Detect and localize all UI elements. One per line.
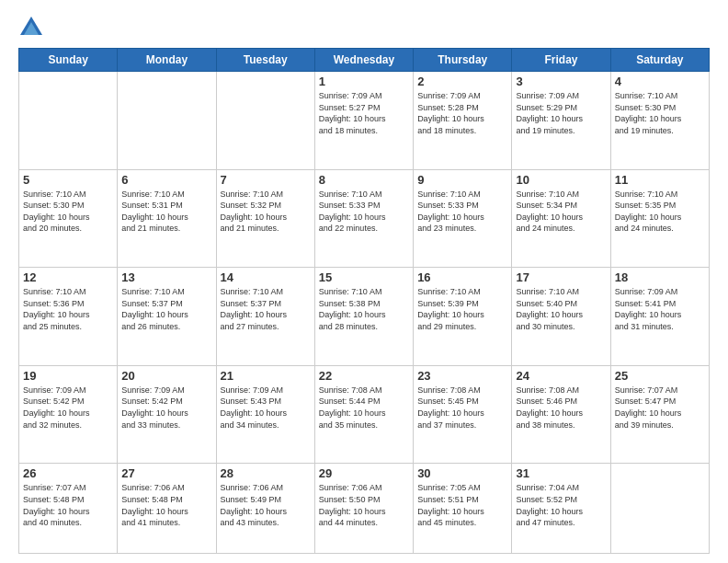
calendar-cell: 18Sunrise: 7:09 AM Sunset: 5:41 PM Dayli… — [610, 268, 709, 366]
day-info: Sunrise: 7:09 AM Sunset: 5:27 PM Dayligh… — [319, 90, 409, 136]
calendar-cell: 14Sunrise: 7:10 AM Sunset: 5:37 PM Dayli… — [216, 268, 314, 366]
day-number: 23 — [417, 369, 507, 383]
calendar-cell: 25Sunrise: 7:07 AM Sunset: 5:47 PM Dayli… — [610, 365, 709, 464]
day-number: 3 — [516, 75, 606, 88]
calendar-cell: 26Sunrise: 7:07 AM Sunset: 5:48 PM Dayli… — [19, 464, 118, 554]
day-number: 15 — [319, 270, 409, 284]
day-info: Sunrise: 7:10 AM Sunset: 5:31 PM Dayligh… — [121, 189, 211, 235]
day-info: Sunrise: 7:06 AM Sunset: 5:48 PM Dayligh… — [121, 482, 211, 528]
weekday-header: Wednesday — [314, 49, 413, 72]
day-info: Sunrise: 7:10 AM Sunset: 5:33 PM Dayligh… — [319, 189, 409, 235]
day-info: Sunrise: 7:10 AM Sunset: 5:33 PM Dayligh… — [417, 189, 507, 235]
day-number: 28 — [221, 466, 311, 480]
day-info: Sunrise: 7:10 AM Sunset: 5:30 PM Dayligh… — [23, 189, 113, 235]
calendar-cell — [19, 72, 118, 170]
calendar-cell: 31Sunrise: 7:04 AM Sunset: 5:52 PM Dayli… — [512, 464, 610, 554]
calendar-cell: 20Sunrise: 7:09 AM Sunset: 5:42 PM Dayli… — [118, 365, 216, 464]
weekday-header: Sunday — [19, 49, 118, 72]
calendar-cell: 11Sunrise: 7:10 AM Sunset: 5:35 PM Dayli… — [610, 169, 709, 268]
day-number: 19 — [23, 369, 113, 383]
day-number: 30 — [417, 466, 507, 480]
day-info: Sunrise: 7:10 AM Sunset: 5:37 PM Dayligh… — [221, 286, 311, 332]
calendar-cell: 2Sunrise: 7:09 AM Sunset: 5:28 PM Daylig… — [414, 72, 512, 170]
day-info: Sunrise: 7:04 AM Sunset: 5:52 PM Dayligh… — [516, 482, 606, 528]
calendar-cell: 29Sunrise: 7:06 AM Sunset: 5:50 PM Dayli… — [314, 464, 413, 554]
day-info: Sunrise: 7:08 AM Sunset: 5:46 PM Dayligh… — [516, 385, 606, 431]
day-info: Sunrise: 7:06 AM Sunset: 5:50 PM Dayligh… — [319, 482, 409, 528]
calendar-week-row: 1Sunrise: 7:09 AM Sunset: 5:27 PM Daylig… — [19, 72, 710, 170]
day-info: Sunrise: 7:07 AM Sunset: 5:47 PM Dayligh… — [615, 385, 705, 431]
calendar-cell: 15Sunrise: 7:10 AM Sunset: 5:38 PM Dayli… — [314, 268, 413, 366]
day-info: Sunrise: 7:05 AM Sunset: 5:51 PM Dayligh… — [417, 482, 507, 528]
calendar-cell: 5Sunrise: 7:10 AM Sunset: 5:30 PM Daylig… — [19, 169, 118, 268]
day-info: Sunrise: 7:10 AM Sunset: 5:35 PM Dayligh… — [615, 189, 705, 235]
day-info: Sunrise: 7:10 AM Sunset: 5:32 PM Dayligh… — [221, 189, 311, 235]
weekday-header: Thursday — [414, 49, 512, 72]
day-info: Sunrise: 7:08 AM Sunset: 5:45 PM Dayligh… — [417, 385, 507, 431]
calendar-cell: 9Sunrise: 7:10 AM Sunset: 5:33 PM Daylig… — [414, 169, 512, 268]
day-number: 1 — [319, 75, 409, 88]
calendar-cell: 21Sunrise: 7:09 AM Sunset: 5:43 PM Dayli… — [216, 365, 314, 464]
day-number: 6 — [121, 173, 211, 187]
weekday-header: Monday — [118, 49, 216, 72]
calendar-week-row: 26Sunrise: 7:07 AM Sunset: 5:48 PM Dayli… — [19, 464, 710, 554]
page: SundayMondayTuesdayWednesdayThursdayFrid… — [0, 0, 728, 563]
day-info: Sunrise: 7:10 AM Sunset: 5:34 PM Dayligh… — [516, 189, 606, 235]
day-number: 8 — [319, 173, 409, 187]
calendar-cell: 19Sunrise: 7:09 AM Sunset: 5:42 PM Dayli… — [19, 365, 118, 464]
calendar-cell: 3Sunrise: 7:09 AM Sunset: 5:29 PM Daylig… — [512, 72, 610, 170]
day-info: Sunrise: 7:09 AM Sunset: 5:28 PM Dayligh… — [417, 90, 507, 136]
weekday-header-row: SundayMondayTuesdayWednesdayThursdayFrid… — [19, 49, 710, 72]
day-number: 14 — [221, 270, 311, 284]
day-number: 21 — [221, 369, 311, 383]
day-number: 9 — [417, 173, 507, 187]
calendar-cell — [216, 72, 314, 170]
calendar-cell — [610, 464, 709, 554]
day-info: Sunrise: 7:08 AM Sunset: 5:44 PM Dayligh… — [319, 385, 409, 431]
day-info: Sunrise: 7:09 AM Sunset: 5:41 PM Dayligh… — [615, 286, 705, 332]
day-number: 10 — [516, 173, 606, 187]
calendar-table: SundayMondayTuesdayWednesdayThursdayFrid… — [18, 48, 710, 554]
day-info: Sunrise: 7:10 AM Sunset: 5:30 PM Dayligh… — [615, 90, 705, 136]
calendar-week-row: 12Sunrise: 7:10 AM Sunset: 5:36 PM Dayli… — [19, 268, 710, 366]
calendar-cell: 23Sunrise: 7:08 AM Sunset: 5:45 PM Dayli… — [414, 365, 512, 464]
day-info: Sunrise: 7:09 AM Sunset: 5:42 PM Dayligh… — [121, 385, 211, 431]
day-number: 4 — [615, 75, 705, 88]
calendar-week-row: 19Sunrise: 7:09 AM Sunset: 5:42 PM Dayli… — [19, 365, 710, 464]
weekday-header: Saturday — [610, 49, 709, 72]
calendar-cell: 28Sunrise: 7:06 AM Sunset: 5:49 PM Dayli… — [216, 464, 314, 554]
day-number: 7 — [221, 173, 311, 187]
calendar-cell: 10Sunrise: 7:10 AM Sunset: 5:34 PM Dayli… — [512, 169, 610, 268]
day-info: Sunrise: 7:10 AM Sunset: 5:37 PM Dayligh… — [121, 286, 211, 332]
header — [18, 15, 710, 40]
calendar-cell: 27Sunrise: 7:06 AM Sunset: 5:48 PM Dayli… — [118, 464, 216, 554]
day-number: 18 — [615, 270, 705, 284]
day-info: Sunrise: 7:10 AM Sunset: 5:36 PM Dayligh… — [23, 286, 113, 332]
calendar-week-row: 5Sunrise: 7:10 AM Sunset: 5:30 PM Daylig… — [19, 169, 710, 268]
day-info: Sunrise: 7:07 AM Sunset: 5:48 PM Dayligh… — [23, 482, 113, 528]
calendar-cell: 1Sunrise: 7:09 AM Sunset: 5:27 PM Daylig… — [314, 72, 413, 170]
calendar-cell — [118, 72, 216, 170]
day-info: Sunrise: 7:09 AM Sunset: 5:29 PM Dayligh… — [516, 90, 606, 136]
day-number: 13 — [121, 270, 211, 284]
day-number: 16 — [417, 270, 507, 284]
calendar-cell: 17Sunrise: 7:10 AM Sunset: 5:40 PM Dayli… — [512, 268, 610, 366]
day-number: 27 — [121, 466, 211, 480]
calendar-cell: 4Sunrise: 7:10 AM Sunset: 5:30 PM Daylig… — [610, 72, 709, 170]
day-number: 2 — [417, 75, 507, 88]
day-number: 26 — [23, 466, 113, 480]
calendar-cell: 24Sunrise: 7:08 AM Sunset: 5:46 PM Dayli… — [512, 365, 610, 464]
day-info: Sunrise: 7:06 AM Sunset: 5:49 PM Dayligh… — [221, 482, 311, 528]
day-info: Sunrise: 7:09 AM Sunset: 5:43 PM Dayligh… — [221, 385, 311, 431]
weekday-header: Tuesday — [216, 49, 314, 72]
day-number: 12 — [23, 270, 113, 284]
day-info: Sunrise: 7:10 AM Sunset: 5:38 PM Dayligh… — [319, 286, 409, 332]
weekday-header: Friday — [512, 49, 610, 72]
day-number: 20 — [121, 369, 211, 383]
day-number: 11 — [615, 173, 705, 187]
calendar-cell: 30Sunrise: 7:05 AM Sunset: 5:51 PM Dayli… — [414, 464, 512, 554]
day-number: 31 — [516, 466, 606, 480]
day-number: 22 — [319, 369, 409, 383]
day-number: 17 — [516, 270, 606, 284]
calendar-cell: 8Sunrise: 7:10 AM Sunset: 5:33 PM Daylig… — [314, 169, 413, 268]
